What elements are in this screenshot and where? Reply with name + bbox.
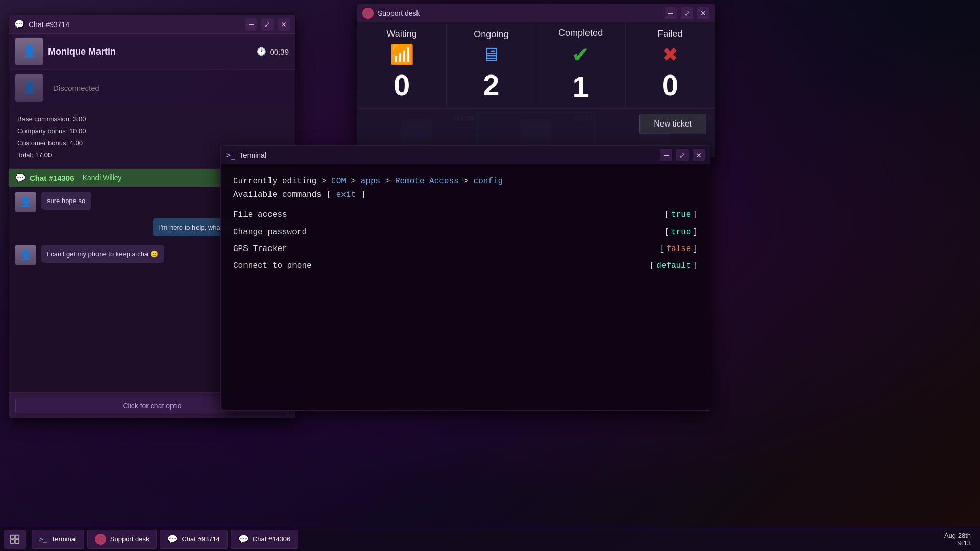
taskbar-terminal-label: Terminal xyxy=(52,535,77,543)
svg-rect-1 xyxy=(15,535,19,538)
terminal-row-gps: GPS Tracker [ false ] xyxy=(233,242,698,256)
connect-phone-label: Connect to phone xyxy=(233,259,650,273)
chat-timer: 🕐 00:39 xyxy=(257,47,289,56)
terminal-prompt-icon: >_ xyxy=(226,151,235,160)
ongoing-label: Ongoing xyxy=(474,29,508,40)
disconnected-avatar: 👤 xyxy=(15,74,43,102)
popout-button[interactable]: ⤢ xyxy=(261,18,274,31)
terminal-titlebar: >_ Terminal ─ ⤢ ✕ xyxy=(221,146,710,164)
taskbar-chat-93714[interactable]: 💬 Chat #93714 xyxy=(160,530,227,549)
support-minimize-btn[interactable]: ─ xyxy=(665,7,677,19)
taskbar-chat-93714-icon: 💬 xyxy=(167,534,178,544)
path-arrow-3: > xyxy=(385,177,395,186)
terminal-popout-btn[interactable]: ⤢ xyxy=(676,149,689,161)
gps-label: GPS Tracker xyxy=(233,242,659,256)
disconnected-avatar-img: 👤 xyxy=(15,74,43,102)
completed-label: Completed xyxy=(558,28,603,38)
company-bonus: Company bonus: 10.00 xyxy=(17,125,287,137)
support-icon: 🎧 xyxy=(362,8,374,19)
taskbar-terminal-icon: >_ xyxy=(39,535,47,543)
path-com: COM xyxy=(331,177,346,186)
bracket-open-3: [ xyxy=(650,259,655,273)
taskbar-terminal[interactable]: >_ Terminal xyxy=(32,530,84,549)
stat-waiting: Waiting 📶 0 xyxy=(357,22,447,108)
svg-rect-3 xyxy=(15,539,19,543)
username: Monique Martin xyxy=(48,46,116,57)
taskbar-support-desk[interactable]: 🎧 Support desk xyxy=(87,530,157,549)
minimize-button[interactable]: ─ xyxy=(245,18,257,31)
start-button[interactable] xyxy=(4,530,26,549)
terminal-title: Terminal xyxy=(239,151,656,159)
msg-avatar-2: 👤 xyxy=(15,245,36,265)
chat-icon: 💬 xyxy=(14,19,24,29)
stat-ongoing: Ongoing 🖥 2 xyxy=(447,22,536,108)
clock-date: Aug 28th xyxy=(944,532,971,539)
msg-avatar: 👤 xyxy=(15,192,36,212)
file-access-value[interactable]: true xyxy=(669,208,693,222)
svg-rect-2 xyxy=(11,539,14,543)
msg-avatar-img-2: 👤 xyxy=(15,245,36,265)
base-commission: Base commission: 3.00 xyxy=(17,113,287,125)
completed-value: 1 xyxy=(572,69,589,104)
terminal-minimize-btn[interactable]: ─ xyxy=(660,149,672,161)
avatar-silhouette: 👤 xyxy=(15,38,43,65)
avail-suffix: ] xyxy=(361,190,366,199)
connect-phone-value[interactable]: default xyxy=(654,259,693,273)
path-prefix: Currently editing xyxy=(233,177,316,186)
disconnected-user-row: 👤 Disconnected xyxy=(9,70,295,106)
support-title: Support desk xyxy=(378,9,660,17)
active-chat-id: Chat #14306 xyxy=(30,173,75,182)
bracket-close-3: ] xyxy=(693,259,698,273)
exit-command[interactable]: exit xyxy=(336,190,356,199)
terminal-content[interactable]: Currently editing > COM > apps > Remote_… xyxy=(221,164,710,410)
timer-value: 00:39 xyxy=(270,47,289,56)
ongoing-value: 2 xyxy=(483,68,499,102)
path-arrow-1: > xyxy=(322,177,331,186)
support-titlebar: 🎧 Support desk ─ ⤢ ✕ xyxy=(357,4,715,22)
bracket-close-1: ] xyxy=(693,226,698,239)
taskbar-clock: Aug 28th 9:13 xyxy=(944,532,976,547)
avail-prefix: Available commands [ xyxy=(233,190,336,199)
support-close-btn[interactable]: ✕ xyxy=(697,7,709,19)
terminal-commands-line: Available commands [ exit ] xyxy=(233,188,698,202)
failed-value: 0 xyxy=(662,68,678,102)
path-arrow-4: > xyxy=(463,177,473,186)
disconnected-label: Disconnected xyxy=(53,84,100,92)
path-config: config xyxy=(474,177,503,186)
svg-rect-0 xyxy=(11,535,14,538)
wifi-icon: 📶 xyxy=(390,43,414,66)
clock-icon: 🕐 xyxy=(257,47,266,56)
msg-text: sure hope so xyxy=(47,197,85,205)
taskbar-chat-14306[interactable]: 💬 Chat #14306 xyxy=(231,530,298,549)
chat-93714-title: Chat #93714 xyxy=(29,20,241,29)
bracket-open-1: [ xyxy=(664,226,669,239)
clock-time: 9:13 xyxy=(944,539,971,547)
gps-value[interactable]: false xyxy=(664,242,693,256)
stat-failed: Failed ✖ 0 xyxy=(626,22,715,108)
terminal-close-btn[interactable]: ✕ xyxy=(693,149,705,161)
terminal-window: >_ Terminal ─ ⤢ ✕ Currently editing > CO… xyxy=(220,145,710,411)
active-chat-icon: 💬 xyxy=(15,173,26,183)
stat-completed: Completed ✔ 1 xyxy=(536,22,626,108)
terminal-path-line: Currently editing > COM > apps > Remote_… xyxy=(233,174,698,188)
chat-93714-titlebar: 💬 Chat #93714 ─ ⤢ ✕ xyxy=(9,15,295,34)
monitor-icon: 🖥 xyxy=(481,44,501,66)
msg-avatar-img: 👤 xyxy=(15,192,36,212)
support-popout-btn[interactable]: ⤢ xyxy=(681,7,693,19)
path-arrow-2: > xyxy=(351,177,360,186)
bracket-close-0: ] xyxy=(693,208,698,222)
path-apps: apps xyxy=(361,177,380,186)
path-remote: Remote_Access xyxy=(395,177,459,186)
waiting-label: Waiting xyxy=(386,29,416,39)
new-ticket-button[interactable]: New ticket xyxy=(639,114,706,134)
terminal-row-change-password: Change password [ true ] xyxy=(233,226,698,239)
active-user-name: Kandi Willey xyxy=(83,173,122,182)
close-button[interactable]: ✕ xyxy=(278,18,290,31)
waiting-value: 0 xyxy=(394,68,410,102)
active-user-row: 👤 Monique Martin 🕐 00:39 xyxy=(9,34,295,70)
bracket-open-0: [ xyxy=(664,208,669,222)
taskbar-chat-14306-label: Chat #14306 xyxy=(253,535,290,543)
taskbar: >_ Terminal 🎧 Support desk 💬 Chat #93714… xyxy=(0,527,980,551)
msg-bubble-customer: sure hope so xyxy=(41,192,91,210)
change-password-value[interactable]: true xyxy=(669,226,693,239)
